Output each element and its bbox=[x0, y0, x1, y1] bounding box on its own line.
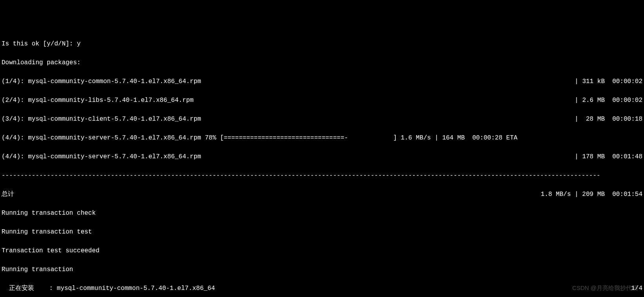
step-right: 1/4 bbox=[631, 284, 642, 293]
dl-left: (4/4): mysql-community-server-5.7.40-1.e… bbox=[2, 152, 201, 161]
dl-left: (4/4): mysql-community-server-5.7.40-1.e… bbox=[2, 133, 517, 143]
total-right: 1.8 MB/s | 209 MB 00:01:54 bbox=[541, 190, 642, 199]
step-left: 正在安装 : mysql-community-common-5.7.40-1.e… bbox=[2, 284, 215, 293]
download-line: (4/4): mysql-community-server-5.7.40-1.e… bbox=[2, 152, 642, 161]
transaction-running: Running transaction bbox=[2, 265, 642, 274]
download-line: (1/4): mysql-community-common-5.7.40-1.e… bbox=[2, 77, 642, 86]
dl-left: (1/4): mysql-community-common-5.7.40-1.e… bbox=[2, 77, 201, 86]
separator-dashes: ----------------------------------------… bbox=[2, 171, 642, 180]
install-step: 正在安装 : mysql-community-common-5.7.40-1.e… bbox=[2, 284, 642, 293]
transaction-test: Running transaction test bbox=[2, 227, 642, 237]
total-left: 总计 bbox=[2, 190, 14, 199]
download-line: (2/4): mysql-community-libs-5.7.40-1.el7… bbox=[2, 96, 642, 105]
dl-right: | 178 MB 00:01:48 bbox=[575, 152, 642, 161]
downloading-header: Downloading packages: bbox=[2, 58, 642, 67]
download-line-progress: (4/4): mysql-community-server-5.7.40-1.e… bbox=[2, 133, 642, 143]
transaction-check: Running transaction check bbox=[2, 208, 642, 218]
dl-right: | 28 MB 00:00:18 bbox=[575, 114, 642, 124]
dl-right: | 311 kB 00:00:02 bbox=[575, 77, 642, 86]
download-line: (3/4): mysql-community-client-5.7.40-1.e… bbox=[2, 114, 642, 124]
confirm-prompt: Is this ok [y/d/N]: y bbox=[2, 39, 642, 49]
transaction-succeeded: Transaction test succeeded bbox=[2, 246, 642, 255]
total-line: 总计1.8 MB/s | 209 MB 00:01:54 bbox=[2, 190, 642, 199]
dl-left: (3/4): mysql-community-client-5.7.40-1.e… bbox=[2, 114, 201, 124]
dl-left: (2/4): mysql-community-libs-5.7.40-1.el7… bbox=[2, 96, 194, 105]
dl-right: | 2.6 MB 00:00:02 bbox=[575, 96, 642, 105]
